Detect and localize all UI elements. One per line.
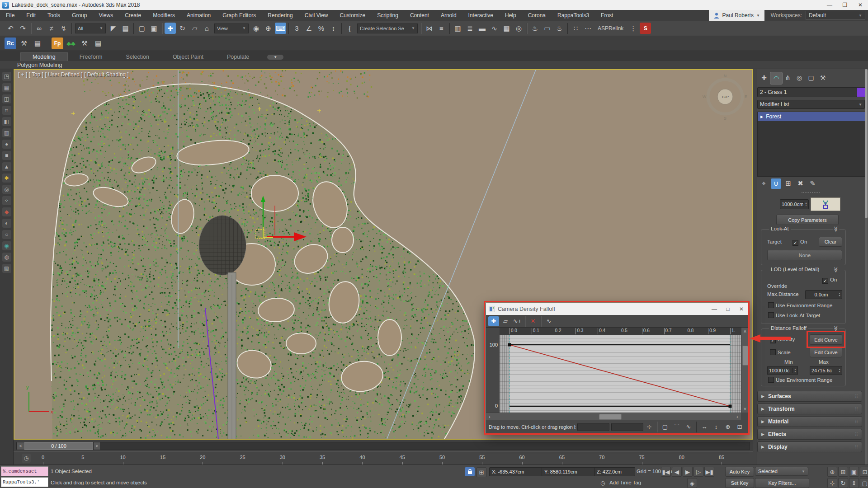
- selection-filter-dropdown[interactable]: All▼: [75, 23, 106, 33]
- select-and-move-icon[interactable]: ✚: [165, 23, 176, 34]
- curve-point-end[interactable]: [729, 405, 732, 408]
- asprelink-button[interactable]: ASPRelink: [598, 25, 623, 32]
- use-lookat-target-checkbox[interactable]: Use Look-At Target: [768, 312, 820, 318]
- zoom-region-icon[interactable]: ⊡: [734, 422, 745, 432]
- reference-coordinate-dropdown[interactable]: View▼: [214, 23, 249, 33]
- menu-group[interactable]: Group: [66, 10, 93, 21]
- tab-motion[interactable]: ◎: [793, 72, 805, 84]
- selected-set-dropdown[interactable]: Selected▼: [755, 467, 808, 476]
- left-tool-sphere-icon[interactable]: ●: [2, 140, 11, 149]
- left-tool-scatter-icon[interactable]: ⁘: [2, 196, 11, 205]
- rendered-frame-window-icon[interactable]: ▭: [542, 23, 553, 34]
- railclone-tools-icon[interactable]: ⚒: [18, 38, 30, 49]
- forestpack-trees-icon[interactable]: ♣♣: [65, 38, 77, 49]
- left-tool-light-icon[interactable]: ○: [2, 230, 11, 239]
- lod-use-env-range-checkbox[interactable]: Use Environment Range: [768, 302, 832, 308]
- coordinate-z-field[interactable]: Z: 422.0cm: [594, 467, 635, 476]
- absolute-offset-mode-icon[interactable]: ⊞: [476, 467, 486, 477]
- object-color-swatch[interactable]: [857, 87, 866, 97]
- menu-file[interactable]: File: [0, 10, 20, 21]
- falloff-preview-button[interactable]: [811, 197, 840, 211]
- falloff-use-env-range-checkbox[interactable]: Use Environment Range: [768, 377, 832, 383]
- lod-on-checkbox[interactable]: ✓On: [822, 277, 837, 284]
- curve-point-start[interactable]: [508, 343, 511, 347]
- select-by-name-icon[interactable]: ▤: [120, 23, 131, 34]
- object-name-field[interactable]: 2 - Grass 1: [757, 87, 857, 97]
- angle-snap-icon[interactable]: ∠: [303, 23, 315, 34]
- rollout-transform[interactable]: ▶Transform⠿: [757, 404, 862, 414]
- menu-interactive[interactable]: Interactive: [462, 10, 499, 21]
- ribbon-section-header[interactable]: Polygon Modeling: [0, 61, 868, 69]
- time-slider-handle[interactable]: 0 / 100: [24, 442, 93, 450]
- material-editor-icon[interactable]: ◎: [513, 23, 524, 34]
- left-tool-misc-icon[interactable]: ▧: [2, 264, 11, 273]
- scatter-dots-icon[interactable]: ⋮: [627, 23, 639, 34]
- unlink-selection-icon[interactable]: ≠: [46, 23, 57, 34]
- clear-target-button[interactable]: Clear: [819, 237, 842, 247]
- frame-value-icon[interactable]: ⌒: [671, 422, 682, 432]
- selection-lock-icon[interactable]: [465, 467, 475, 476]
- left-tool-disc-icon[interactable]: ◍: [2, 253, 11, 262]
- spinner-snap-icon[interactable]: ↕: [328, 23, 339, 34]
- rollout-surfaces[interactable]: ▶Surfaces⠿: [757, 391, 862, 402]
- dialog-maximize-button[interactable]: □: [721, 303, 735, 315]
- set-key-button[interactable]: Set Key: [725, 478, 754, 488]
- render-production-icon[interactable]: ♨: [554, 23, 565, 34]
- menu-views[interactable]: Views: [93, 10, 119, 21]
- close-button[interactable]: ✕: [853, 0, 868, 10]
- scale-checkbox[interactable]: Scale: [770, 349, 791, 355]
- falloff-min-spinner[interactable]: 10000.0c▴▾: [767, 366, 798, 375]
- go-to-start-icon[interactable]: ▮◀: [661, 467, 671, 477]
- mirror-icon[interactable]: ⋈: [424, 23, 435, 34]
- pan-horizontal-icon[interactable]: ↔: [699, 422, 710, 432]
- menu-arnold[interactable]: Arnold: [435, 10, 462, 21]
- orbit-icon[interactable]: ↻: [838, 478, 848, 488]
- track-bar[interactable]: ◷ 05101520253035404550556065707580859095…: [14, 451, 753, 465]
- previous-frame-icon[interactable]: ◀: [672, 467, 682, 477]
- menu-graph-editors[interactable]: Graph Editors: [217, 10, 262, 21]
- left-tool-eye-icon[interactable]: ◉: [2, 241, 11, 250]
- scroll-right-icon[interactable]: ›: [734, 413, 741, 420]
- menu-animation[interactable]: Animation: [181, 10, 217, 21]
- scroll-up-icon[interactable]: ˄: [741, 328, 749, 335]
- move-keys-icon[interactable]: ✚: [488, 316, 499, 326]
- make-unique-icon[interactable]: ⊞: [783, 178, 793, 189]
- left-tool-half-icon[interactable]: ◧: [2, 117, 11, 126]
- railclone-style-list-icon[interactable]: ▤: [32, 38, 43, 49]
- menu-content[interactable]: Content: [404, 10, 435, 21]
- add-time-tag[interactable]: Add Time Tag: [609, 480, 641, 485]
- named-selection-sets-dropdown[interactable]: Create Selection Se▼: [357, 23, 418, 33]
- camera-density-falloff-dialog[interactable]: Camera Density Falloff — □ ✕ ✚▱∿+✕∿ 0.00…: [486, 303, 749, 434]
- key-y-field[interactable]: [611, 423, 643, 431]
- menu-scripting[interactable]: Scripting: [371, 10, 404, 21]
- dialog-close-button[interactable]: ✕: [735, 303, 748, 315]
- left-tool-cone-icon[interactable]: ▲: [2, 162, 11, 171]
- select-object-icon[interactable]: ◤: [108, 23, 119, 34]
- keyboard-shortcut-override-icon[interactable]: ⌨: [275, 23, 286, 34]
- maximize-button[interactable]: ❐: [837, 0, 853, 10]
- use-pivot-point-center-icon[interactable]: ◉: [250, 23, 262, 34]
- select-and-link-icon[interactable]: ∞: [33, 23, 45, 34]
- collapse-chevron-icon[interactable]: ≫: [833, 266, 839, 274]
- pin-stack-icon[interactable]: ⌖: [759, 178, 769, 189]
- viewport-label[interactable]: [ + ] [ Top ] [ User Defined ] [ Default…: [18, 71, 129, 78]
- menu-tools[interactable]: Tools: [42, 10, 66, 21]
- key-x-field[interactable]: [577, 423, 609, 431]
- scroll-left-icon[interactable]: ‹: [486, 413, 493, 420]
- next-frame-icon[interactable]: ▷: [693, 467, 703, 477]
- previous-frame-button[interactable]: <: [17, 442, 24, 450]
- fit-curve-icon[interactable]: ∿: [683, 422, 694, 432]
- curve-horizontal-scrollbar[interactable]: ‹ ›: [486, 413, 741, 420]
- frame-horizontal-icon[interactable]: ▢: [660, 422, 670, 432]
- menu-customize[interactable]: Customize: [334, 10, 372, 21]
- left-tool-panel-icon[interactable]: ◫: [2, 94, 11, 103]
- curve-editor-icon[interactable]: ∿: [489, 23, 500, 34]
- collapse-chevron-icon[interactable]: ≫: [833, 225, 839, 233]
- tab-modeling[interactable]: Modeling: [20, 52, 68, 61]
- remove-modifier-icon[interactable]: ✖: [795, 178, 806, 189]
- menu-help[interactable]: Help: [499, 10, 522, 21]
- menu-corona[interactable]: Corona: [522, 10, 552, 21]
- select-and-rotate-icon[interactable]: ↻: [177, 23, 188, 34]
- radius-spinner[interactable]: 1000.0cm ▴▾: [780, 199, 809, 209]
- ribbon-overflow-button[interactable]: ▼: [267, 55, 283, 60]
